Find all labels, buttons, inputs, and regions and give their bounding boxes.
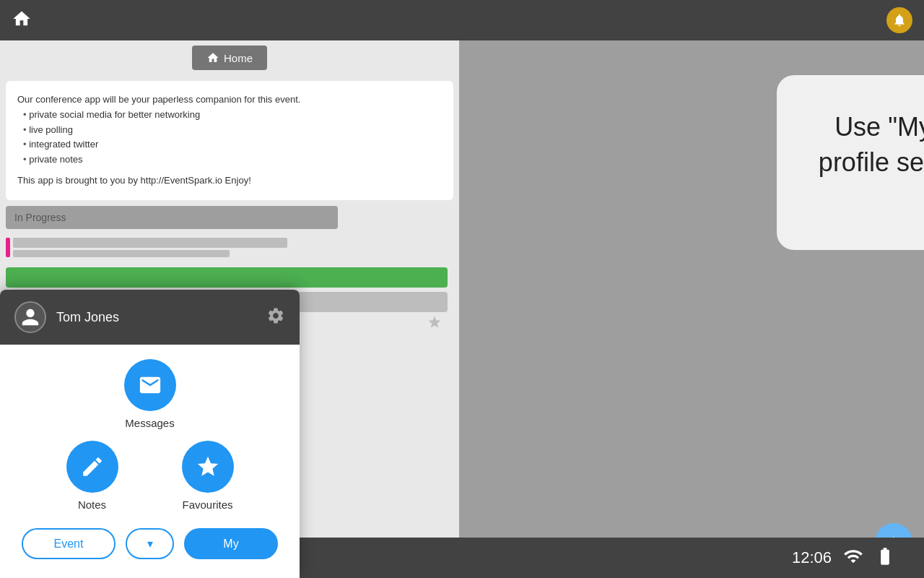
user-avatar xyxy=(14,301,46,333)
messages-row: Messages xyxy=(7,359,292,429)
bottom-icons-row: Notes Favourites xyxy=(7,441,292,511)
schedule-area xyxy=(0,235,459,263)
user-menu: Tom Jones Messages xyxy=(0,290,300,578)
menu-icons: Messages Notes xyxy=(0,345,300,578)
feature-3: integrated twitter xyxy=(23,137,442,152)
pencil-icon xyxy=(80,454,105,479)
gray-sub-bar xyxy=(13,250,230,257)
wifi-icon xyxy=(843,546,863,569)
right-panel: Use "My" menu to access your profile set… xyxy=(459,40,924,578)
main-content: Home Our conference app will be your pap… xyxy=(0,40,924,578)
gray-title-bar xyxy=(13,238,287,248)
star-filled-icon xyxy=(196,454,220,479)
home-button[interactable]: Home xyxy=(192,46,267,70)
green-progress-bar xyxy=(6,267,448,288)
messages-label: Messages xyxy=(125,417,174,429)
info-features: private social media for better networki… xyxy=(17,108,442,168)
home-icon[interactable] xyxy=(12,9,32,32)
schedule-row-1 xyxy=(6,238,453,257)
top-bar xyxy=(0,0,924,40)
info-footer: This app is brought to you by http://Eve… xyxy=(17,173,442,189)
in-progress-bar: In Progress xyxy=(6,206,338,229)
person-icon xyxy=(20,307,40,327)
event-tab[interactable]: Event xyxy=(22,528,116,559)
user-name: Tom Jones xyxy=(56,310,266,325)
star-icon xyxy=(427,315,442,329)
tooltip-text: Use "My" menu to access your profile set… xyxy=(806,110,924,215)
tooltip-popover: Use "My" menu to access your profile set… xyxy=(777,75,924,250)
favourites-menu-item[interactable]: Favourites xyxy=(165,441,251,511)
schedule-content-1 xyxy=(13,238,453,257)
clock: 12:06 xyxy=(792,548,832,567)
feature-1: private social media for better networki… xyxy=(23,108,442,123)
in-progress-label: In Progress xyxy=(14,212,66,223)
info-description: Our conference app will be your paperles… xyxy=(17,92,442,108)
notes-menu-item[interactable]: Notes xyxy=(49,441,136,511)
envelope-icon xyxy=(138,373,162,397)
home-btn-label: Home xyxy=(224,52,253,64)
info-card: Our conference app will be your paperles… xyxy=(6,81,453,200)
chevron-tab[interactable]: ▾ xyxy=(126,528,174,559)
messages-menu-item[interactable]: Messages xyxy=(107,359,193,429)
messages-icon-circle[interactable] xyxy=(124,359,176,411)
feature-4: private notes xyxy=(23,152,442,168)
bottom-nav-right: 12:06 xyxy=(792,546,895,569)
notes-label: Notes xyxy=(78,499,106,511)
nav-bar: Home xyxy=(0,40,459,75)
battery-icon xyxy=(875,546,895,569)
my-tab[interactable]: My xyxy=(184,528,278,559)
feature-2: live polling xyxy=(23,123,442,138)
favourites-icon-circle[interactable] xyxy=(182,441,234,493)
user-header: Tom Jones xyxy=(0,290,300,345)
notes-icon-circle[interactable] xyxy=(66,441,118,493)
pink-bar xyxy=(6,238,10,257)
tab-bar: Event ▾ My xyxy=(7,522,292,571)
favourites-label: Favourites xyxy=(182,499,232,511)
notification-bell[interactable] xyxy=(886,7,912,33)
gear-icon[interactable] xyxy=(266,306,285,328)
